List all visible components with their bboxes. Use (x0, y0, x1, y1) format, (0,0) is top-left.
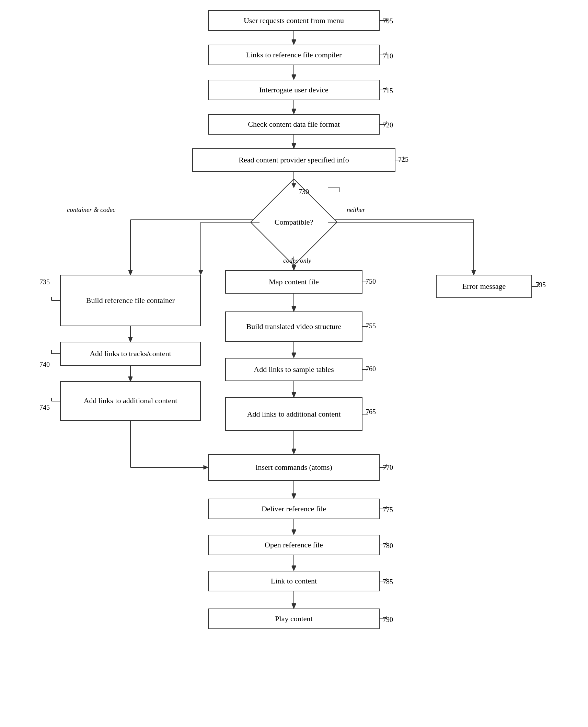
num-710: 710 (383, 52, 393, 60)
num-715: 715 (383, 87, 393, 95)
num-790: 790 (383, 616, 393, 624)
node-790: Play content (208, 609, 380, 629)
node-720: Check content data file format (208, 114, 380, 135)
num-755: 755 (366, 322, 376, 330)
num-705: 705 (383, 17, 393, 25)
node-715: Interrogate user device (208, 80, 380, 100)
svg-marker-86 (292, 494, 296, 499)
svg-marker-92 (292, 604, 296, 609)
svg-marker-79 (292, 393, 296, 397)
svg-marker-41 (292, 566, 296, 571)
svg-marker-55 (292, 110, 296, 114)
svg-marker-66 (292, 266, 296, 270)
node-725: Read content provider specified info (192, 148, 395, 172)
num-770: 770 (383, 464, 393, 472)
num-785: 785 (383, 578, 393, 586)
svg-marker-39 (292, 530, 296, 535)
num-725: 725 (398, 156, 408, 163)
node-795: Error message (436, 275, 532, 298)
num-730: 730 (299, 188, 309, 196)
num-740: 740 (39, 361, 50, 368)
num-735: 735 (39, 278, 50, 286)
node-705: User requests content from menu (208, 10, 380, 31)
svg-marker-53 (292, 75, 296, 80)
svg-marker-69 (472, 270, 476, 275)
svg-marker-23 (292, 306, 296, 311)
node-755: Build translated video structure (225, 311, 362, 342)
num-775: 775 (383, 506, 393, 514)
node-760: Add links to sample tables (225, 358, 362, 381)
node-780: Open reference file (208, 535, 380, 555)
svg-marker-5 (292, 109, 296, 114)
node-745: Add links to additional content (60, 381, 201, 421)
svg-marker-25 (292, 353, 296, 358)
flowchart-diagram: User requests content from menu 705 Link… (0, 0, 588, 727)
svg-marker-37 (292, 493, 296, 499)
node-735: Build reference file container (60, 275, 201, 326)
node-770: Insert commands (atoms) (208, 454, 380, 481)
node-740: Add links to tracks/content (60, 342, 201, 366)
label-codec-only: codec only (283, 257, 311, 264)
num-795: 795 (535, 281, 546, 289)
svg-marker-27 (292, 392, 296, 397)
svg-marker-77 (292, 353, 296, 358)
svg-marker-43 (292, 603, 296, 609)
num-780: 780 (383, 542, 393, 550)
num-745: 745 (39, 404, 50, 411)
svg-marker-62 (199, 270, 203, 275)
svg-marker-88 (292, 530, 296, 535)
num-750: 750 (366, 277, 376, 285)
svg-marker-29 (292, 449, 296, 454)
svg-marker-57 (292, 144, 296, 148)
svg-marker-7 (292, 143, 296, 148)
node-710: Links to reference file compiler (208, 45, 380, 65)
svg-marker-3 (292, 75, 296, 80)
svg-marker-51 (292, 40, 296, 45)
svg-marker-73 (128, 377, 132, 381)
svg-marker-90 (292, 566, 296, 571)
label-neither: neither (347, 206, 365, 214)
num-720: 720 (383, 121, 393, 129)
svg-marker-75 (292, 307, 296, 311)
node-775: Deliver reference file (208, 499, 380, 519)
svg-marker-71 (128, 337, 132, 342)
label-container-codec: container & codec (67, 206, 115, 214)
node-750: Map content file (225, 270, 362, 294)
node-730: Compatible? (260, 188, 328, 257)
svg-marker-84 (204, 465, 208, 469)
num-760: 760 (366, 365, 376, 373)
svg-marker-81 (292, 450, 296, 454)
node-785: Link to content (208, 571, 380, 591)
svg-marker-1 (292, 39, 296, 45)
num-765: 765 (366, 408, 376, 416)
node-765: Add links to additional content (225, 397, 362, 431)
